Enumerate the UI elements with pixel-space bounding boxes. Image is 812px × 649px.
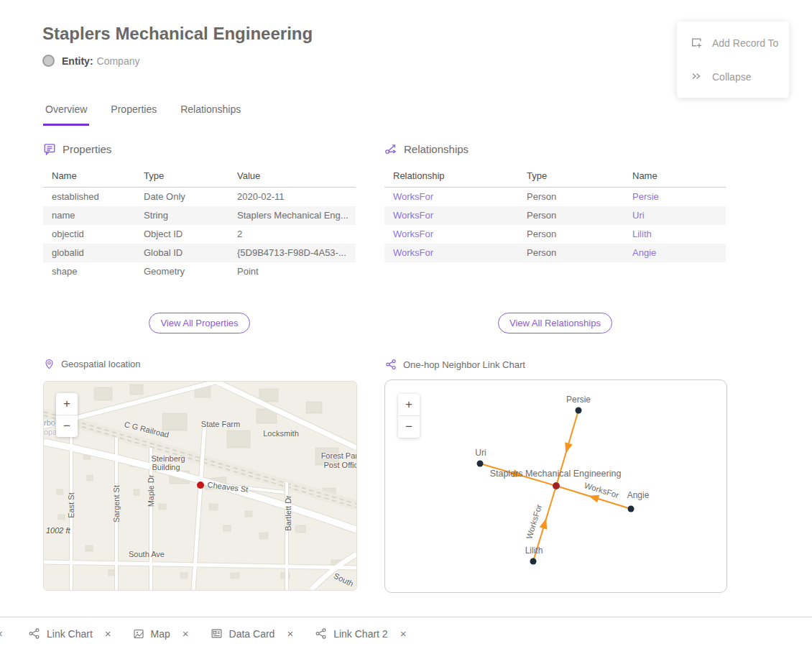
relationship-link[interactable]: WorksFor — [384, 188, 518, 206]
card-tabs: OverviewPropertiesRelationships — [43, 103, 262, 126]
partial-tab-close-icon[interactable]: × — [0, 627, 6, 640]
view-tab-map[interactable]: Map× — [133, 627, 189, 640]
tab-close-icon[interactable]: × — [400, 627, 407, 640]
entity-value: Company — [97, 55, 140, 67]
entity-row: Entity: Company — [42, 55, 139, 67]
related-entity-link[interactable]: Persie — [624, 188, 726, 206]
related-entity-link[interactable]: Uri — [624, 206, 726, 225]
graph-center-node[interactable] — [553, 482, 560, 489]
menu-item-collapse[interactable]: Collapse — [677, 60, 789, 93]
tab-close-icon[interactable]: × — [105, 627, 111, 640]
map-label: Bartlett Dr — [285, 495, 292, 531]
menu-item-add-record-to[interactable]: Add Record To — [677, 26, 789, 60]
view-all-relationships-button[interactable]: View All Relationships — [498, 313, 612, 333]
relationships-title: Relationships — [404, 143, 469, 155]
related-entity-link[interactable]: Lilith — [624, 225, 726, 244]
properties-table: NameTypeValue establishedDate Only2020-0… — [43, 165, 356, 281]
column-header: Type — [518, 165, 624, 187]
one-hop-link-chart-icon — [385, 359, 397, 370]
view-tab-label: Link Chart 2 — [333, 628, 387, 640]
relationship-link[interactable]: WorksFor — [384, 244, 518, 262]
map-label: South Ave — [129, 551, 165, 558]
tab-overview[interactable]: Overview — [43, 103, 89, 126]
relationships-section: Relationships RelationshipTypeName Works… — [384, 142, 726, 262]
property-cell: Global ID — [135, 244, 229, 262]
data-card-icon — [211, 627, 223, 640]
relationship-link[interactable]: WorksFor — [384, 206, 518, 225]
properties-title: Properties — [63, 143, 111, 155]
relationships-header: Relationships — [384, 142, 726, 155]
chart-zoom-control: + − — [398, 394, 420, 438]
property-cell: Point — [229, 262, 356, 281]
one-hop-link-chart[interactable]: WorksForWorksForPersieUriAngieLilithStap… — [384, 379, 727, 593]
column-header: Name — [624, 165, 726, 187]
table-row: globalidGlobal ID{5D9B4713-F98D-4A53-... — [43, 244, 356, 262]
map-label: Forest Par — [321, 452, 357, 460]
menu-item-label: Add Record To — [712, 37, 778, 49]
property-cell: {5D9B4713-F98D-4A53-... — [229, 244, 356, 262]
chart-zoom-out-button[interactable]: − — [398, 416, 420, 438]
view-tab-link-chart-2[interactable]: Link Chart 2× — [315, 627, 406, 640]
map-zoom-out-button[interactable]: − — [56, 415, 78, 437]
map-zoom-control: + − — [56, 393, 78, 437]
table-row: WorksForPersonUri — [384, 206, 726, 225]
map-entity-marker[interactable] — [197, 482, 204, 489]
relationships-table-header: RelationshipTypeName — [384, 165, 726, 188]
property-cell: established — [43, 188, 135, 206]
map-label: Post Offic — [324, 461, 357, 469]
properties-table-header: NameTypeValue — [43, 165, 356, 188]
relationship-link[interactable]: WorksFor — [384, 225, 518, 244]
graph-node-label: Persie — [566, 395, 591, 405]
relationship-type: Person — [518, 244, 624, 262]
map-zoom-in-button[interactable]: + — [56, 393, 78, 415]
table-row: WorksForPersonPersie — [384, 188, 726, 206]
edge-arrowhead-icon — [589, 495, 599, 503]
data-card-page: Staplers Mechanical Engineering Entity: … — [0, 0, 812, 649]
geospatial-header: Geospatial location — [44, 359, 141, 369]
graph-node-uri[interactable] — [477, 461, 484, 467]
property-cell: objectid — [43, 225, 135, 244]
entity-symbol-icon — [42, 55, 55, 67]
column-header: Type — [135, 165, 229, 187]
tab-properties[interactable]: Properties — [109, 103, 159, 126]
map-icon — [133, 628, 144, 640]
graph-node-persie[interactable] — [576, 408, 582, 414]
tab-relationships[interactable]: Relationships — [178, 103, 243, 126]
relationships-icon — [384, 142, 397, 155]
link-chart-canvas: WorksForWorksForPersieUriAngieLilithStap… — [385, 380, 726, 592]
property-cell: name — [43, 206, 135, 225]
properties-icon — [43, 142, 56, 155]
view-tab-data-card[interactable]: Data Card× — [211, 627, 294, 640]
entity-label: Entity: — [62, 55, 93, 67]
map-label: Building — [152, 464, 180, 471]
table-row: establishedDate Only2020-02-11 — [43, 188, 356, 206]
view-tabs-bar: × Link Chart×Map×Data Card×Link Chart 2× — [0, 617, 812, 649]
geospatial-map[interactable]: rbouropaedicsC G RailroadState FarmLocks… — [43, 381, 357, 591]
relationships-table: RelationshipTypeName WorksForPersonPersi… — [384, 165, 726, 262]
tab-close-icon[interactable]: × — [287, 627, 293, 640]
related-entity-link[interactable]: Angie — [624, 244, 726, 262]
property-cell: 2020-02-11 — [229, 188, 356, 206]
graph-node-lilith[interactable] — [530, 558, 537, 565]
map-label: State Farm — [201, 420, 240, 428]
property-cell: 2 — [229, 225, 356, 244]
tab-close-icon[interactable]: × — [183, 627, 189, 640]
graph-node-label: Uri — [475, 448, 486, 458]
map-pin-icon — [44, 359, 55, 369]
chart-zoom-in-button[interactable]: + — [398, 394, 420, 416]
collapse-icon — [691, 70, 703, 83]
view-all-properties-button[interactable]: View All Properties — [149, 313, 249, 333]
geospatial-title: Geospatial location — [61, 359, 141, 369]
view-tab-label: Data Card — [229, 628, 275, 640]
relationship-type: Person — [518, 188, 624, 206]
property-cell: Staplers Mechanical Eng... — [229, 206, 356, 225]
map-label: Locksmith — [263, 430, 299, 438]
property-cell: Date Only — [135, 188, 229, 206]
map-label: Steinberg — [151, 455, 185, 463]
add-record-icon — [691, 37, 703, 49]
view-tab-link-chart[interactable]: Link Chart× — [28, 627, 111, 640]
graph-node-angie[interactable] — [628, 506, 635, 512]
property-cell: shape — [43, 262, 135, 281]
map-label: East St — [68, 492, 75, 517]
edge-label: WorksFor — [525, 503, 543, 540]
